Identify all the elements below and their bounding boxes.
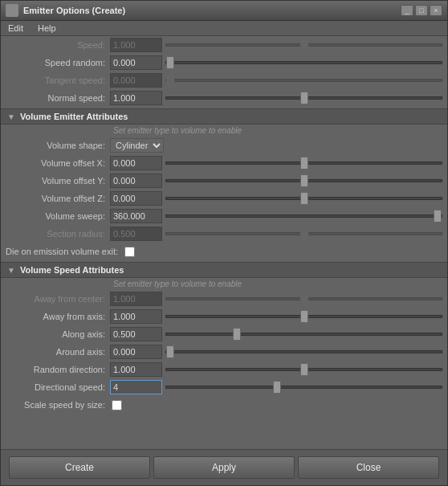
- volume-speed-arrow[interactable]: ▼: [7, 266, 15, 275]
- scale-speed-row: Scale speed by size:: [1, 396, 447, 414]
- random-direction-input[interactable]: [110, 362, 162, 377]
- volume-emitter-section-header: ▼ Volume Emitter Attributes: [1, 108, 447, 125]
- volume-sweep-input[interactable]: [110, 209, 162, 223]
- away-from-center-slider[interactable]: [165, 297, 442, 300]
- section-radius-input[interactable]: [110, 227, 162, 241]
- volume-offset-y-input[interactable]: [110, 174, 162, 188]
- volume-offset-x-slider[interactable]: [165, 161, 442, 165]
- speed-slider[interactable]: [165, 43, 442, 47]
- create-button[interactable]: Create: [9, 456, 150, 479]
- menubar: Edit Help: [1, 21, 447, 36]
- menu-help[interactable]: Help: [35, 22, 59, 34]
- titlebar-controls: _ □ ×: [401, 5, 442, 16]
- volume-speed-section-header: ▼ Volume Speed Attributes: [1, 262, 447, 278]
- volume-offset-z-slider-container: [165, 197, 442, 200]
- random-direction-row: Random direction:: [1, 361, 447, 378]
- main-window: Emitter Options (Create) _ □ × Edit Help…: [0, 0, 448, 486]
- directional-speed-row: Directional speed:: [1, 378, 447, 396]
- away-from-center-label: Away from center:: [6, 294, 110, 304]
- volume-offset-y-slider-container: [165, 179, 442, 182]
- away-from-axis-label: Away from axis:: [6, 312, 110, 321]
- volume-emitter-arrow[interactable]: ▼: [7, 112, 15, 121]
- around-axis-row: Around axis:: [1, 343, 447, 361]
- volume-offset-y-slider[interactable]: [165, 179, 442, 182]
- speed-random-input[interactable]: [110, 55, 162, 70]
- scale-speed-checkbox[interactable]: [112, 400, 122, 410]
- volume-shape-select[interactable]: Cylinder Cube Sphere Cone Torus: [110, 138, 164, 153]
- section-radius-row: Section radius:: [1, 225, 447, 243]
- content-area: Speed: Speed random: Tangent speed:: [1, 36, 447, 449]
- directional-speed-slider-container: [165, 386, 442, 389]
- volume-emitter-note: Set emitter type to volume to enable: [1, 125, 447, 137]
- scale-speed-label: Scale speed by size:: [6, 400, 110, 410]
- directional-speed-slider[interactable]: [165, 386, 442, 389]
- volume-sweep-label: Volume sweep:: [6, 211, 110, 221]
- volume-offset-z-row: Volume offset Z:: [1, 190, 447, 207]
- away-from-axis-slider[interactable]: [165, 315, 442, 318]
- volume-sweep-row: Volume sweep:: [1, 207, 447, 225]
- normal-speed-input[interactable]: [110, 91, 162, 105]
- around-axis-slider[interactable]: [165, 350, 442, 353]
- tangent-speed-input[interactable]: [110, 73, 162, 88]
- volume-offset-x-label: Volume offset X:: [6, 158, 110, 168]
- along-axis-label: Along axis:: [6, 329, 110, 339]
- tangent-speed-row: Tangent speed:: [1, 71, 447, 89]
- around-axis-input[interactable]: [110, 345, 162, 359]
- section-radius-slider[interactable]: [165, 232, 442, 235]
- directional-speed-input[interactable]: [110, 380, 162, 394]
- volume-emitter-title: Volume Emitter Attributes: [20, 112, 128, 121]
- window-title: Emitter Options (Create): [23, 6, 125, 15]
- volume-speed-title: Volume Speed Attributes: [20, 265, 124, 275]
- volume-offset-z-input[interactable]: [110, 191, 162, 206]
- volume-offset-x-input[interactable]: [110, 156, 162, 170]
- die-on-emission-row: Die on emission volume exit:: [1, 243, 447, 260]
- random-direction-label: Random direction:: [6, 365, 110, 374]
- normal-speed-slider[interactable]: [165, 96, 442, 100]
- volume-offset-z-slider[interactable]: [165, 197, 442, 200]
- scroll-panel[interactable]: Speed: Speed random: Tangent speed:: [1, 36, 447, 449]
- away-from-axis-slider-container: [165, 315, 442, 318]
- normal-speed-slider-container: [165, 96, 442, 100]
- away-from-center-input[interactable]: [110, 292, 162, 306]
- minimize-button[interactable]: _: [401, 5, 413, 16]
- random-direction-slider[interactable]: [165, 368, 442, 371]
- speed-slider-container: [165, 43, 442, 47]
- close-window-button[interactable]: ×: [430, 5, 442, 16]
- along-axis-slider-container: [165, 333, 442, 336]
- die-on-emission-label: Die on emission volume exit:: [6, 247, 123, 256]
- away-from-center-slider-container: [165, 297, 442, 300]
- along-axis-input[interactable]: [110, 327, 162, 341]
- speed-random-slider-container: [165, 61, 442, 64]
- titlebar-left: Emitter Options (Create): [6, 4, 125, 17]
- volume-offset-x-slider-container: [165, 161, 442, 165]
- menu-edit[interactable]: Edit: [6, 22, 26, 34]
- volume-sweep-slider[interactable]: [165, 214, 442, 218]
- emitter-icon: [6, 4, 18, 17]
- speed-row: Speed:: [1, 36, 447, 54]
- random-direction-slider-container: [165, 368, 442, 371]
- speed-input[interactable]: [110, 38, 162, 52]
- directional-speed-label: Directional speed:: [6, 382, 110, 392]
- titlebar: Emitter Options (Create) _ □ ×: [1, 1, 447, 21]
- tangent-speed-slider-container: [165, 79, 442, 82]
- die-on-emission-checkbox[interactable]: [124, 247, 135, 257]
- speed-random-slider[interactable]: [165, 61, 442, 64]
- volume-sweep-slider-container: [165, 214, 442, 218]
- away-from-center-row: Away from center:: [1, 290, 447, 308]
- away-from-axis-row: Away from axis:: [1, 308, 447, 325]
- normal-speed-row: Normal speed:: [1, 89, 447, 107]
- tangent-speed-label: Tangent speed:: [6, 76, 110, 85]
- speed-label: Speed:: [6, 40, 110, 50]
- around-axis-slider-container: [165, 350, 442, 353]
- tangent-speed-slider[interactable]: [165, 79, 442, 82]
- along-axis-row: Along axis:: [1, 325, 447, 343]
- away-from-axis-input[interactable]: [110, 309, 162, 324]
- maximize-button[interactable]: □: [415, 5, 428, 16]
- apply-button[interactable]: Apply: [153, 456, 295, 479]
- speed-random-row: Speed random:: [1, 54, 447, 71]
- along-axis-slider[interactable]: [165, 333, 442, 336]
- volume-offset-x-row: Volume offset X:: [1, 154, 447, 172]
- volume-speed-note: Set emitter type to volume to enable: [1, 278, 447, 290]
- around-axis-label: Around axis:: [6, 347, 110, 357]
- close-button[interactable]: Close: [298, 456, 439, 479]
